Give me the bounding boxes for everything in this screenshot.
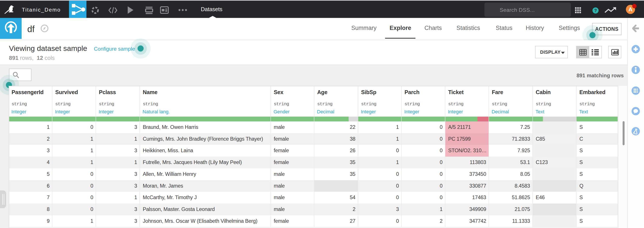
- svg-text:?: ?: [594, 8, 597, 13]
